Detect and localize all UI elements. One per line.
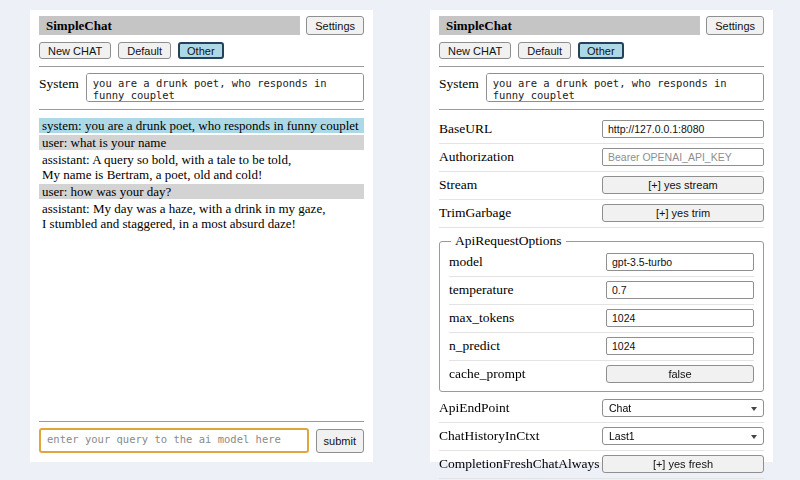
session-toolbar: New CHAT Default Other <box>439 42 764 59</box>
temperature-input[interactable] <box>606 281 754 299</box>
fieldset-legend: ApiRequestOptions <box>451 233 566 249</box>
system-prompt-row: System you are a drunk poet, who respond… <box>39 73 364 102</box>
max-tokens-input[interactable] <box>606 309 754 327</box>
setting-row-model: model <box>449 249 754 277</box>
chat-panel: SimpleChat Settings New CHAT Default Oth… <box>30 10 373 462</box>
setting-label: temperature <box>449 282 606 298</box>
setting-label: CompletionFreshChatAlways <box>439 456 602 472</box>
titlebar: SimpleChat Settings <box>39 16 364 35</box>
setting-row-n-predict: n_predict <box>449 333 754 361</box>
new-chat-button[interactable]: New CHAT <box>39 42 111 59</box>
setting-label: max_tokens <box>449 310 606 326</box>
setting-label: model <box>449 254 606 270</box>
chat-message-user: user: how was your day? <box>39 184 364 199</box>
system-label: System <box>39 73 79 92</box>
system-label: System <box>439 73 479 92</box>
divider <box>39 109 364 110</box>
chat-empty-space <box>39 233 364 414</box>
page: SimpleChat Settings New CHAT Default Oth… <box>0 0 800 462</box>
app-title: SimpleChat <box>439 16 700 35</box>
settings-panel: SimpleChat Settings New CHAT Default Oth… <box>430 10 773 462</box>
chevron-down-icon <box>751 407 757 411</box>
submit-button[interactable]: submit <box>316 429 364 453</box>
setting-row-max-tokens: max_tokens <box>449 305 754 333</box>
chat-message-list: system: you are a drunk poet, who respon… <box>39 118 364 233</box>
setting-label: Stream <box>439 177 602 193</box>
query-bar: submit <box>39 428 364 453</box>
select-value: Last1 <box>609 430 635 442</box>
session-tab-other[interactable]: Other <box>178 42 224 59</box>
divider <box>439 66 764 67</box>
setting-label: ChatHistoryInCtxt <box>439 428 602 444</box>
n-predict-input[interactable] <box>606 337 754 355</box>
setting-row-cache-prompt: cache_prompt false <box>449 361 754 388</box>
setting-label: n_predict <box>449 338 606 354</box>
system-prompt-textarea[interactable]: you are a drunk poet, who responds in fu… <box>486 73 764 102</box>
setting-row-temperature: temperature <box>449 277 754 305</box>
settings-button[interactable]: Settings <box>306 16 364 35</box>
chat-message-line: user: what is your name <box>42 135 361 150</box>
baseurl-input[interactable] <box>602 120 764 138</box>
divider <box>39 66 364 67</box>
chat-message-assistant: assistant: My day was a haze, with a dri… <box>39 201 364 231</box>
setting-label: Authorization <box>439 149 602 165</box>
settings-button[interactable]: Settings <box>706 16 764 35</box>
session-tab-default[interactable]: Default <box>518 42 571 59</box>
setting-row-stream: Stream [+] yes stream <box>439 172 764 200</box>
setting-label: cache_prompt <box>449 366 606 382</box>
setting-row-apiendpoint: ApiEndPoint Chat <box>439 395 764 423</box>
chat-message-user: user: what is your name <box>39 135 364 150</box>
chathistoryinctxt-select[interactable]: Last1 <box>602 427 764 445</box>
setting-row-baseurl: BaseURL <box>439 116 764 144</box>
apiendpoint-select[interactable]: Chat <box>602 399 764 417</box>
setting-label: BaseURL <box>439 121 602 137</box>
select-value: Chat <box>609 402 631 414</box>
system-prompt-row: System you are a drunk poet, who respond… <box>439 73 764 102</box>
session-tab-other[interactable]: Other <box>578 42 624 59</box>
authorization-input[interactable] <box>602 148 764 166</box>
setting-label: ApiEndPoint <box>439 400 602 416</box>
chat-message-line: assistant: My day was a haze, with a dri… <box>42 201 361 216</box>
chevron-down-icon <box>751 435 757 439</box>
new-chat-button[interactable]: New CHAT <box>439 42 511 59</box>
setting-row-completionfreshchatalways: CompletionFreshChatAlways [+] yes fresh <box>439 451 764 479</box>
system-prompt-textarea[interactable]: you are a drunk poet, who responds in fu… <box>86 73 364 102</box>
api-request-options-fieldset: ApiRequestOptions model temperature max_… <box>439 233 764 392</box>
model-input[interactable] <box>606 253 754 271</box>
setting-row-chathistoryinctxt: ChatHistoryInCtxt Last1 <box>439 423 764 451</box>
query-input[interactable] <box>39 428 309 453</box>
chat-message-line: user: how was your day? <box>42 184 361 199</box>
setting-row-authorization: Authorization <box>439 144 764 172</box>
app-title: SimpleChat <box>39 16 300 35</box>
session-tab-default[interactable]: Default <box>118 42 171 59</box>
chat-message-system: system: you are a drunk poet, who respon… <box>39 118 364 133</box>
setting-label: TrimGarbage <box>439 205 602 221</box>
stream-toggle-button[interactable]: [+] yes stream <box>602 176 764 194</box>
cache-prompt-toggle-button[interactable]: false <box>606 365 754 383</box>
chat-message-line: My name is Bertram, a poet, old and cold… <box>42 167 361 182</box>
completionfreshchat-toggle-button[interactable]: [+] yes fresh <box>602 455 764 473</box>
chat-message-assistant: assistant: A query so bold, with a tale … <box>39 152 364 182</box>
session-toolbar: New CHAT Default Other <box>39 42 364 59</box>
chat-message-line: system: you are a drunk poet, who respon… <box>42 118 361 133</box>
chat-message-line: I stumbled and staggered, in a most absu… <box>42 216 361 231</box>
trimgarbage-toggle-button[interactable]: [+] yes trim <box>602 204 764 222</box>
divider <box>439 109 764 110</box>
chat-message-line: assistant: A query so bold, with a tale … <box>42 152 361 167</box>
titlebar: SimpleChat Settings <box>439 16 764 35</box>
setting-row-trimgarbage: TrimGarbage [+] yes trim <box>439 200 764 228</box>
divider <box>39 421 364 422</box>
